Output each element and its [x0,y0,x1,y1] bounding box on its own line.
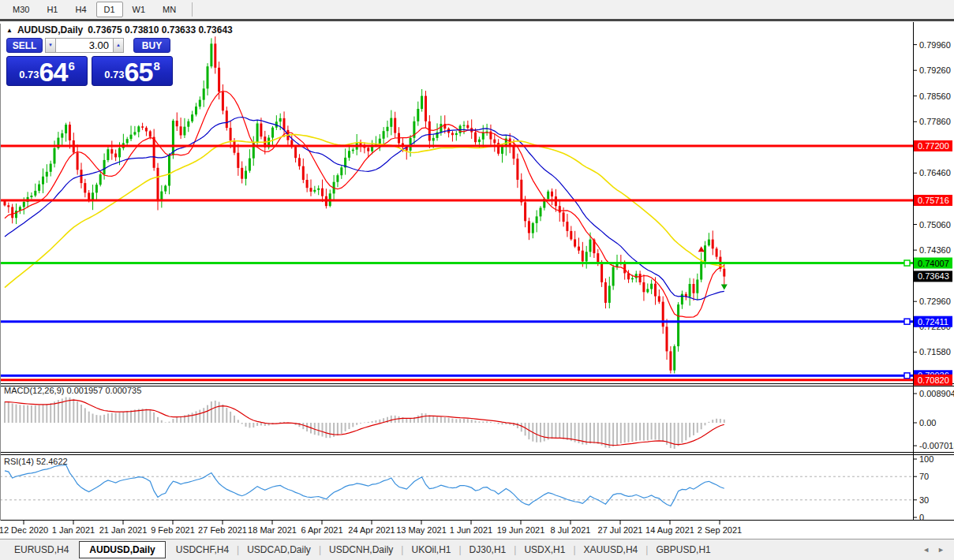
chart-background [0,22,954,539]
volume-increase-icon[interactable]: ▲ [114,38,124,53]
chart-title: ▲ AUDUSD,Daily 0.73675 0.73810 0.73633 0… [6,24,233,35]
svg-text:21 Jan 2021: 21 Jan 2021 [99,525,148,535]
svg-text:0.72411: 0.72411 [918,317,948,327]
svg-text:0.79260: 0.79260 [919,65,951,75]
svg-text:24 Apr 2021: 24 Apr 2021 [348,525,395,535]
svg-text:0.78560: 0.78560 [919,91,951,101]
volume-decrease-icon[interactable]: ▼ [45,38,55,53]
chart-tab-usdx-h1[interactable]: USDX,H1 [516,542,573,558]
chart-tab-eurusd-h4[interactable]: EURUSD,H4 [6,542,77,558]
svg-text:0.76460: 0.76460 [919,168,951,177]
chart-canvas[interactable]: 0.799600.792600.785600.778600.764600.750… [0,22,954,539]
level-handle [904,373,910,379]
chart-tab-usdcnh-daily[interactable]: USDCNH,Daily [321,542,401,558]
svg-text:18 Mar 2021: 18 Mar 2021 [248,525,297,535]
chart-tab-usdchf-h4[interactable]: USDCHF,H4 [168,542,237,558]
tab-scroll-left-icon[interactable]: ◄ [922,546,930,554]
timeframe-button-m30[interactable]: M30 [5,2,37,17]
svg-text:-0.007013: -0.007013 [919,441,954,450]
chart-tab-bar: EURUSD,H4AUDUSD,DailyUSDCHF,H4|USDCAD,Da… [0,539,954,560]
svg-text:0.71580: 0.71580 [919,347,951,357]
one-click-trading-panel: SELL ▼ ▲ BUY 0.73 64 6 0.73 65 8 [6,38,174,86]
svg-text:1 Jun 2021: 1 Jun 2021 [450,525,492,535]
svg-text:27 Jul 2021: 27 Jul 2021 [598,525,643,535]
sell-price-box[interactable]: 0.73 64 6 [6,56,88,86]
chart-tab-gbpusd-h1[interactable]: GBPUSD,H1 [648,542,718,558]
svg-text:0.73643: 0.73643 [918,271,949,281]
toolbar-separator [192,2,193,17]
chart-tab-audusd-daily[interactable]: AUDUSD,Daily [79,541,165,558]
chart-window: 0.799600.792600.785600.778600.764600.750… [0,21,954,539]
svg-text:0.77860: 0.77860 [919,117,951,126]
timeframe-toolbar: M30H1H4D1W1MN [0,0,954,21]
sell-price-pip-digit: 6 [68,59,74,73]
svg-text:0.72960: 0.72960 [919,297,951,306]
svg-text:0.00: 0.00 [919,418,936,427]
svg-text:0: 0 [919,513,924,522]
svg-text:30: 30 [919,495,929,505]
buy-price-box[interactable]: 0.73 65 8 [92,56,173,86]
buy-price-prefix: 0.73 [104,69,124,80]
svg-text:12 Dec 2020: 12 Dec 2020 [0,525,48,535]
buy-button[interactable]: BUY [133,38,170,53]
chart-ohlc-values: 0.73675 0.73810 0.73633 0.73643 [88,24,233,35]
buy-price-pip-digit: 8 [153,59,159,73]
svg-text:100: 100 [919,454,933,464]
svg-text:0.008904: 0.008904 [919,389,954,398]
svg-text:9 Feb 2021: 9 Feb 2021 [151,525,195,535]
svg-text:6 Apr 2021: 6 Apr 2021 [301,525,342,535]
tab-scroll-right-icon[interactable]: ► [937,546,945,554]
svg-text:0.74360: 0.74360 [919,245,951,255]
timeframe-button-h1[interactable]: H1 [39,2,65,17]
buy-price-big-digits: 65 [125,60,153,84]
svg-text:0.79960: 0.79960 [919,40,951,50]
level-handle [904,319,910,324]
collapse-trade-panel-icon[interactable]: ▲ [6,27,13,34]
svg-text:2 Sep 2021: 2 Sep 2021 [698,525,742,535]
svg-text:13 May 2021: 13 May 2021 [396,525,447,535]
svg-text:1 Jan 2021: 1 Jan 2021 [52,525,95,535]
svg-text:0.75060: 0.75060 [919,220,951,230]
svg-text:19 Jun 2021: 19 Jun 2021 [497,525,545,535]
timeframe-button-mn[interactable]: MN [155,2,184,17]
mt4-window: M30H1H4D1W1MN 0.799600.792600.785600.778… [0,0,954,560]
rsi-indicator-label: RSI(14) 52.4622 [4,457,68,466]
sell-price-prefix: 0.73 [19,69,39,80]
timeframe-button-w1[interactable]: W1 [125,2,154,17]
svg-text:27 Feb 2021: 27 Feb 2021 [198,525,247,535]
level-handle [904,260,910,266]
macd-indicator-label: MACD(12,26,9) 0.001957 0.000735 [4,386,141,395]
timeframe-button-d1[interactable]: D1 [96,2,123,17]
chart-tab-usdcad-daily[interactable]: USDCAD,Daily [239,542,319,558]
svg-text:0.75716: 0.75716 [918,196,949,205]
chart-symbol-label: AUDUSD,Daily [17,24,83,35]
chart-tab-xauusd-h4[interactable]: XAUUSD,H4 [576,542,646,558]
chart-tab-ukoil-h1[interactable]: UKOil,H1 [403,542,458,558]
svg-text:0.77200: 0.77200 [918,141,949,151]
sell-button[interactable]: SELL [6,38,43,53]
svg-text:0.74007: 0.74007 [918,259,949,268]
svg-text:70: 70 [919,472,929,481]
sell-price-big-digits: 64 [39,60,68,84]
timeframe-button-h4[interactable]: H4 [67,2,94,17]
chart-tab-dj30-h1[interactable]: DJ30,H1 [462,542,514,558]
svg-text:14 Aug 2021: 14 Aug 2021 [645,525,694,535]
volume-input[interactable] [55,38,114,53]
svg-text:0.70820: 0.70820 [918,375,949,385]
svg-text:8 Jul 2021: 8 Jul 2021 [551,525,591,535]
